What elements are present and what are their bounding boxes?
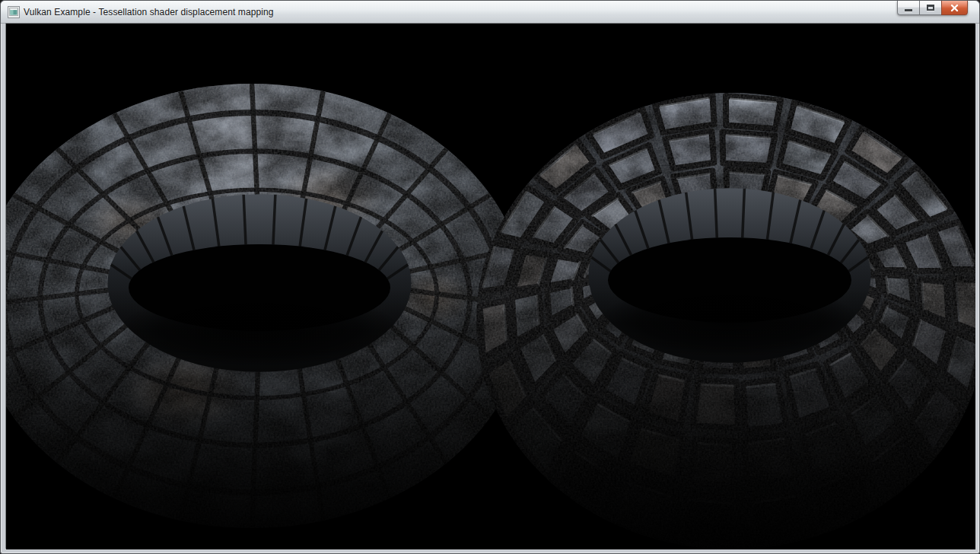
tessellation-render: [6, 24, 975, 549]
app-icon[interactable]: [8, 6, 20, 18]
maximize-icon: [927, 5, 934, 11]
maximize-button[interactable]: [919, 1, 941, 15]
render-viewport[interactable]: [5, 23, 975, 549]
minimize-icon: [905, 9, 912, 11]
minimize-button[interactable]: [897, 1, 919, 15]
close-icon: [950, 4, 959, 12]
window-controls: [897, 1, 968, 15]
window-title: Vulkan Example - Tessellation shader dis…: [24, 7, 274, 18]
app-window: Vulkan Example - Tessellation shader dis…: [0, 0, 980, 554]
title-bar[interactable]: Vulkan Example - Tessellation shader dis…: [1, 1, 979, 24]
close-button[interactable]: [941, 1, 968, 15]
